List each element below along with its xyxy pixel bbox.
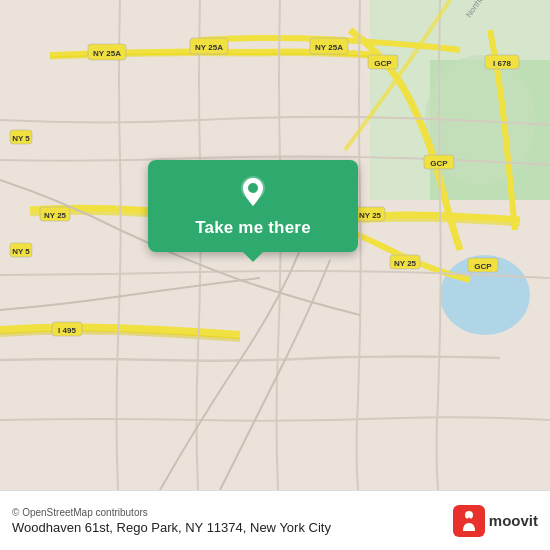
take-me-there-button[interactable]: Take me there: [148, 160, 358, 252]
svg-text:NY 25A: NY 25A: [315, 43, 343, 52]
moovit-text: moovit: [489, 512, 538, 529]
svg-text:GCP: GCP: [474, 262, 492, 271]
svg-text:NY 5: NY 5: [12, 247, 30, 256]
svg-text:NY 25A: NY 25A: [195, 43, 223, 52]
svg-text:NY 5: NY 5: [12, 134, 30, 143]
svg-text:I 678: I 678: [493, 59, 511, 68]
svg-text:NY 25A: NY 25A: [93, 49, 121, 58]
moovit-icon: [453, 505, 485, 537]
take-me-there-label: Take me there: [195, 218, 311, 238]
bottom-bar: © OpenStreetMap contributors Woodhaven 6…: [0, 490, 550, 550]
svg-text:GCP: GCP: [430, 159, 448, 168]
svg-point-34: [248, 183, 258, 193]
svg-text:NY 25: NY 25: [394, 259, 417, 268]
svg-text:I 495: I 495: [58, 326, 76, 335]
map-container: NY 25A NY 25A NY 25A NY 25 NY 25 GCP GCP…: [0, 0, 550, 490]
location-text: Woodhaven 61st, Rego Park, NY 11374, New…: [12, 520, 331, 535]
svg-text:GCP: GCP: [374, 59, 392, 68]
svg-text:NY 25: NY 25: [44, 211, 67, 220]
moovit-logo: moovit: [453, 505, 538, 537]
svg-text:NY 25: NY 25: [359, 211, 382, 220]
svg-rect-35: [453, 505, 485, 537]
osm-credit: © OpenStreetMap contributors: [12, 507, 331, 518]
bottom-left-info: © OpenStreetMap contributors Woodhaven 6…: [12, 507, 331, 535]
svg-point-37: [467, 517, 470, 520]
location-pin-icon: [235, 174, 271, 210]
